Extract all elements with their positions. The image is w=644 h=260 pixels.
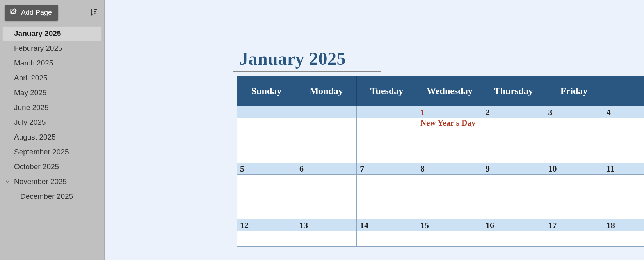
calendar-body-cell[interactable] [417,231,482,247]
day-number: 1 [417,106,482,117]
day-number: 9 [482,163,545,174]
sidebar-item-label: April 2025 [14,74,48,82]
sidebar-item-label: Feburary 2025 [14,44,62,52]
day-number: 17 [545,219,603,230]
calendar-body-cell[interactable] [482,231,545,247]
page-list: January 2025Feburary 2025March 2025April… [0,26,104,204]
calendar-body-cell[interactable] [237,118,296,163]
sidebar-item[interactable]: August 2025 [0,130,104,145]
sidebar-item[interactable]: January 2025 [2,26,102,41]
sidebar: Add Page January 2025Feburary 2025March … [0,0,105,260]
calendar-daynum-cell[interactable]: 4 [603,106,644,118]
sidebar-item[interactable]: March 2025 [0,56,104,71]
calendar-daynum-cell[interactable]: 9 [482,163,545,175]
chevron-down-icon[interactable] [5,179,11,185]
page-title: January 2025 [238,49,346,69]
calendar-day-header: Sunday [237,76,296,106]
calendar-daynum-cell[interactable] [296,106,357,118]
calendar-daynum-cell[interactable]: 6 [296,163,357,175]
sort-icon [89,12,98,18]
calendar-daynum-cell[interactable]: 17 [545,219,603,231]
calendar-body-cell[interactable]: New Year's Day [417,118,482,163]
calendar-body-cell[interactable] [417,175,482,219]
calendar-event: New Year's Day [417,117,476,127]
calendar: SundayMondayTuesdayWednesdayThursdayFrid… [237,76,644,247]
day-number: 5 [237,163,296,174]
day-number: 3 [545,106,603,117]
sidebar-item[interactable]: April 2025 [0,71,104,85]
calendar-body-row: New Year's Day [237,118,644,163]
calendar-daynum-cell[interactable]: 13 [296,219,357,231]
calendar-daynum-cell[interactable]: 18 [603,219,644,231]
calendar-daynum-cell[interactable]: 15 [417,219,482,231]
calendar-daynum-row: 12131415161718 [237,219,644,231]
calendar-body-cell[interactable] [296,175,357,219]
calendar-daynum-cell[interactable]: 3 [545,106,603,118]
sidebar-item-label: March 2025 [14,59,53,67]
calendar-day-header: Thursday [482,76,545,106]
sidebar-item-label: December 2025 [20,192,73,200]
calendar-day-header: Wednesday [417,76,482,106]
calendar-day-header: Friday [545,76,603,106]
day-number: 16 [482,219,545,230]
calendar-daynum-cell[interactable]: 2 [482,106,545,118]
calendar-body-cell[interactable] [603,175,644,219]
sidebar-item[interactable]: September 2025 [0,145,104,159]
day-number: 18 [603,219,644,230]
sidebar-item-label: January 2025 [14,29,61,37]
edit-icon [9,8,17,18]
calendar-daynum-cell[interactable]: 8 [417,163,482,175]
calendar-body-cell[interactable] [545,118,603,163]
calendar-table: SundayMondayTuesdayWednesdayThursdayFrid… [237,76,644,247]
calendar-body-cell[interactable] [296,118,357,163]
sidebar-item[interactable]: May 2025 [0,85,104,100]
sidebar-item[interactable]: June 2025 [0,100,104,115]
calendar-daynum-cell[interactable]: 14 [357,219,417,231]
calendar-daynum-cell[interactable]: 11 [603,163,644,175]
sort-button[interactable] [88,6,100,19]
calendar-daynum-cell[interactable]: 10 [545,163,603,175]
calendar-body-row [237,175,644,219]
day-number: 8 [417,163,482,174]
calendar-body-cell[interactable] [237,231,296,247]
calendar-daynum-cell[interactable]: 1 [417,106,482,118]
calendar-daynum-row: 567891011 [237,163,644,175]
calendar-daynum-cell[interactable] [237,106,296,118]
sidebar-item-label: September 2025 [14,148,69,156]
calendar-body-cell[interactable] [603,118,644,163]
sidebar-item[interactable]: October 2025 [0,159,104,174]
calendar-body-cell[interactable] [357,175,417,219]
calendar-body-cell[interactable] [545,231,603,247]
calendar-daynum-cell[interactable]: 5 [237,163,296,175]
sidebar-toolbar: Add Page [0,5,104,26]
calendar-body-cell[interactable] [482,118,545,163]
calendar-body-cell[interactable] [357,118,417,163]
calendar-body-cell[interactable] [357,231,417,247]
add-page-button[interactable]: Add Page [5,5,58,21]
calendar-daynum-cell[interactable]: 16 [482,219,545,231]
calendar-body-cell[interactable] [603,231,644,247]
calendar-body-cell[interactable] [237,175,296,219]
day-number: 7 [357,163,417,174]
calendar-daynum-cell[interactable]: 7 [357,163,417,175]
calendar-body-cell[interactable] [296,231,357,247]
calendar-daynum-cell[interactable]: 12 [237,219,296,231]
calendar-header-row: SundayMondayTuesdayWednesdayThursdayFrid… [237,76,644,106]
day-number: 14 [357,219,417,230]
sidebar-item-label: August 2025 [14,133,56,141]
day-number: 2 [482,106,545,117]
sidebar-item[interactable]: July 2025 [0,115,104,130]
calendar-day-header: Tuesday [357,76,417,106]
sidebar-item[interactable]: Feburary 2025 [0,41,104,56]
day-number: 13 [296,219,356,230]
calendar-body-cell[interactable] [482,175,545,219]
calendar-body-cell[interactable] [545,175,603,219]
calendar-daynum-cell[interactable] [357,106,417,118]
sidebar-item[interactable]: December 2025 [0,189,104,204]
sidebar-item-label: June 2025 [14,103,49,111]
page-title-container[interactable]: January 2025 [233,48,381,72]
day-number: 15 [417,219,482,230]
calendar-daynum-row: 1234 [237,106,644,118]
sidebar-item[interactable]: November 2025 [0,174,104,189]
calendar-day-header: Monday [296,76,357,106]
